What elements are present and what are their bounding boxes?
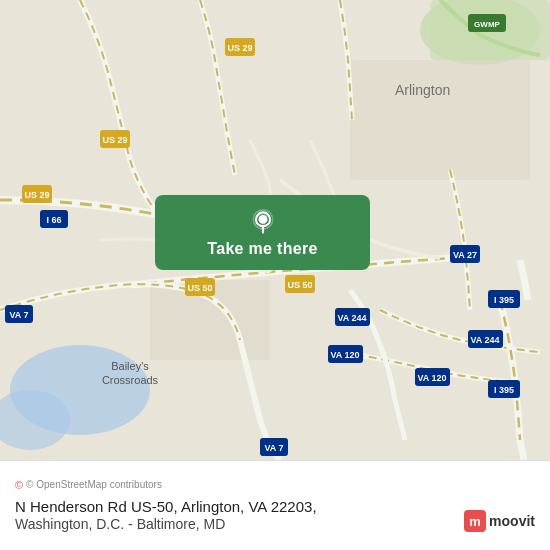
svg-text:US 50: US 50 (187, 283, 212, 293)
svg-text:GWMP: GWMP (474, 20, 500, 29)
svg-text:Crossroads: Crossroads (102, 374, 159, 386)
svg-text:Arlington: Arlington (395, 82, 450, 98)
map-container: US 29 US 29 US 29 I 66 I 66 VA 7 VA 7 US… (0, 0, 550, 550)
take-me-there-button[interactable]: Take me there (155, 195, 370, 270)
moovit-brand-text: moovit (489, 513, 535, 529)
copyright-line: © © OpenStreetMap contributors (15, 479, 535, 491)
svg-text:VA 7: VA 7 (264, 443, 283, 453)
svg-rect-5 (350, 60, 530, 180)
moovit-m-icon: m (464, 510, 486, 532)
copyright-text: © OpenStreetMap contributors (26, 479, 162, 490)
svg-text:US 29: US 29 (102, 135, 127, 145)
svg-text:VA 7: VA 7 (9, 310, 28, 320)
svg-text:VA 120: VA 120 (417, 373, 446, 383)
location-pin-icon (249, 208, 277, 236)
svg-text:Bailey's: Bailey's (111, 360, 149, 372)
svg-text:I 395: I 395 (494, 385, 514, 395)
svg-text:US 50: US 50 (287, 280, 312, 290)
svg-text:I 66: I 66 (46, 215, 61, 225)
bottom-info-bar: © © OpenStreetMap contributors N Henders… (0, 460, 550, 550)
svg-text:US 29: US 29 (227, 43, 252, 53)
svg-point-48 (260, 216, 265, 221)
moovit-logo: m moovit (464, 510, 535, 532)
svg-text:I 395: I 395 (494, 295, 514, 305)
address-text: N Henderson Rd US-50, Arlington, VA 2220… (15, 497, 535, 517)
svg-text:VA 244: VA 244 (337, 313, 366, 323)
svg-text:US 29: US 29 (24, 190, 49, 200)
svg-text:VA 244: VA 244 (470, 335, 499, 345)
svg-text:VA 27: VA 27 (453, 250, 477, 260)
svg-text:VA 120: VA 120 (330, 350, 359, 360)
osm-copyright-icon: © (15, 479, 23, 491)
region-text: Washington, D.C. - Baltimore, MD (15, 516, 535, 532)
take-me-there-label: Take me there (207, 240, 317, 258)
